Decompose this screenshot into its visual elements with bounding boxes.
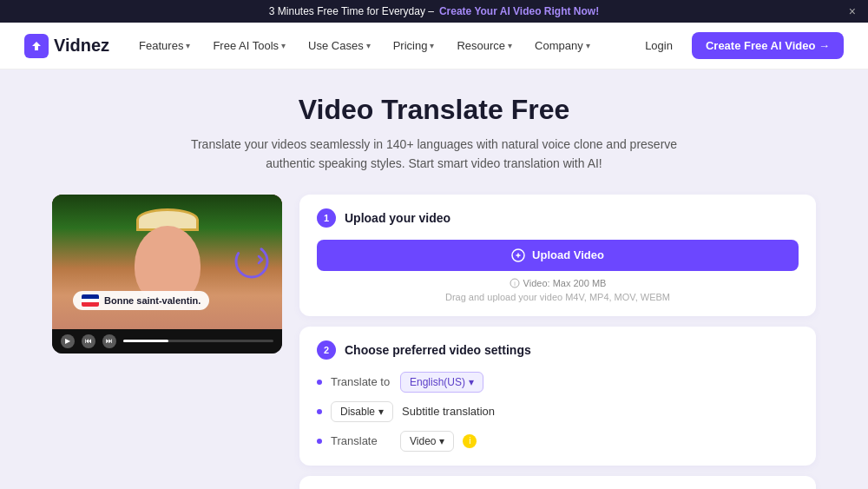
subtitle-disable-select[interactable]: Disable ▾ [331, 401, 393, 422]
step-2-card: 2 Choose preferred video settings Transl… [299, 327, 816, 466]
step-2-header: 2 Choose preferred video settings [317, 340, 799, 360]
step-1-title: Upload your video [345, 211, 450, 225]
translate-to-label: Translate to [331, 375, 391, 388]
video-thumbnail: Bonne saint-valentin. [52, 195, 282, 329]
banner-close-btn[interactable]: × [849, 4, 856, 18]
login-button[interactable]: Login [631, 34, 687, 57]
info-circle-icon: i [510, 278, 520, 288]
subtitle-row: Disable ▾ Subtitle translation [317, 401, 799, 422]
step-2-title: Choose preferred video settings [345, 343, 531, 357]
translate-type-row: Translate Video ▾ i [317, 431, 799, 452]
logo-text: Vidnez [54, 36, 109, 56]
top-banner: 3 Minutes Free Time for Everyday – Creat… [0, 0, 868, 23]
french-flag-icon [82, 294, 99, 307]
translate-label: Translate [331, 434, 391, 447]
chevron-down-icon: ▾ [586, 41, 590, 50]
right-panel: 1 Upload your video Upload Video i Vide [299, 195, 816, 489]
nav-resource[interactable]: Resource ▾ [448, 36, 521, 56]
nav-resource-label: Resource [457, 39, 505, 52]
translate-to-row: Translate to English(US) ▾ [317, 372, 799, 393]
translate-to-value: English(US) [410, 376, 465, 388]
chevron-down-icon: ▾ [469, 376, 474, 388]
create-free-video-button[interactable]: Create Free AI Video → [692, 32, 844, 59]
setting-dot-icon [317, 380, 322, 385]
nav-use-cases[interactable]: Use Cases ▾ [299, 36, 379, 56]
chevron-down-icon: ▾ [378, 406, 384, 418]
page-title: Video Translate Free [52, 94, 816, 126]
page-subtitle: Translate your videos seamlessly in 140+… [174, 135, 694, 174]
progress-fill [123, 340, 168, 342]
nav-pricing-label: Pricing [393, 39, 428, 52]
upload-video-button[interactable]: Upload Video [317, 240, 799, 271]
translate-to-select[interactable]: English(US) ▾ [400, 372, 483, 393]
forward-button[interactable]: ⏭ [102, 334, 116, 348]
nav-features[interactable]: Features ▾ [130, 36, 199, 56]
upload-btn-label: Upload Video [532, 248, 604, 261]
nav-free-ai-tools-label: Free AI Tools [213, 39, 279, 52]
setting-dot-icon [317, 439, 322, 444]
step-1-number: 1 [317, 208, 336, 228]
step-1-header: 1 Upload your video [317, 208, 799, 228]
nav-free-ai-tools[interactable]: Free AI Tools ▾ [204, 36, 294, 56]
logo-icon [24, 34, 49, 58]
translation-badge: Bonne saint-valentin. [73, 291, 209, 310]
create-btn-label: Create Free AI Video → [706, 39, 830, 52]
info-tooltip-icon[interactable]: i [463, 434, 477, 448]
banner-cta[interactable]: Create Your AI Video Right Now! [439, 5, 599, 17]
play-button[interactable]: ▶ [61, 334, 75, 348]
subtitle-translation-label: Subtitle translation [402, 405, 495, 418]
size-info-text: Video: Max 200 MB [523, 278, 607, 288]
translate-type-value: Video [410, 435, 436, 447]
logo[interactable]: Vidnez [24, 34, 109, 58]
nav-company[interactable]: Company ▾ [526, 36, 599, 56]
navbar: Vidnez Features ▾ Free AI Tools ▾ Use Ca… [0, 23, 868, 69]
step-2-number: 2 [317, 340, 336, 360]
nav-company-label: Company [535, 39, 583, 52]
chevron-down-icon: ▾ [430, 41, 434, 50]
video-preview: Bonne saint-valentin. ▶ ⏮ ⏭ [52, 195, 282, 354]
tool-area: Bonne saint-valentin. ▶ ⏮ ⏭ 1 Upload you… [52, 195, 816, 489]
banner-text: 3 Minutes Free Time for Everyday – [269, 5, 434, 17]
svg-text:i: i [514, 281, 516, 287]
nav-pricing[interactable]: Pricing ▾ [385, 36, 444, 56]
badge-text: Bonne saint-valentin. [104, 295, 201, 306]
nav-features-label: Features [139, 39, 183, 52]
chevron-down-icon: ▾ [508, 41, 512, 50]
video-controls: ▶ ⏮ ⏭ [52, 329, 282, 354]
step-3-card: 3 Click Translate Now to start Translate… [299, 476, 816, 489]
chevron-down-icon: ▾ [439, 435, 444, 447]
progress-bar[interactable] [123, 340, 273, 342]
nav-use-cases-label: Use Cases [308, 39, 364, 52]
chevron-down-icon: ▾ [186, 41, 190, 50]
arrow-overlay [230, 240, 273, 283]
upload-size-info: i Video: Max 200 MB [317, 278, 799, 288]
chevron-down-icon: ▾ [281, 41, 286, 50]
rewind-button[interactable]: ⏮ [82, 334, 95, 348]
chevron-down-icon: ▾ [366, 41, 371, 50]
subtitle-disable-value: Disable [340, 406, 375, 418]
svg-point-0 [233, 242, 271, 281]
drag-info-text: Drag and upload your video M4V, MP4, MOV… [317, 292, 799, 302]
main-content: Video Translate Free Translate your vide… [0, 69, 868, 489]
translate-type-select[interactable]: Video ▾ [400, 431, 454, 452]
setting-dot-icon [317, 409, 322, 414]
step-1-card: 1 Upload your video Upload Video i Vide [299, 195, 816, 316]
